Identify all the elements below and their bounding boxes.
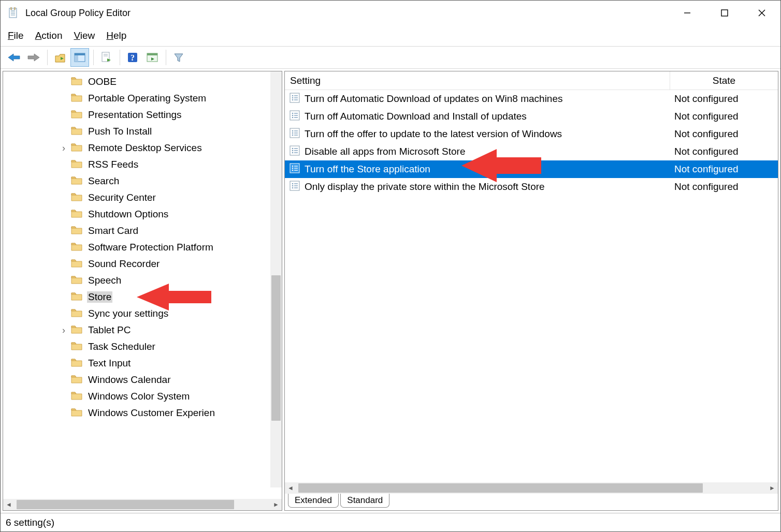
tree-vertical-scrollbar[interactable] bbox=[270, 71, 282, 487]
tree-item-label: Search bbox=[87, 175, 120, 187]
tree-item[interactable]: ›Tablet PC bbox=[3, 322, 270, 338]
svg-point-38 bbox=[292, 132, 294, 134]
svg-point-24 bbox=[292, 97, 294, 98]
content-area: OOBEPortable Operating SystemPresentatio… bbox=[1, 69, 780, 513]
folder-icon bbox=[70, 341, 83, 353]
tree-item[interactable]: Smart Card bbox=[3, 223, 270, 239]
tree-item-label: Windows Color System bbox=[87, 391, 191, 402]
maximize-button[interactable] bbox=[706, 1, 743, 25]
tree-item[interactable]: ›Remote Desktop Services bbox=[3, 140, 270, 156]
tree-horizontal-scrollbar[interactable]: ◄ ► bbox=[3, 499, 282, 510]
tree-item[interactable]: Windows Customer Experien bbox=[3, 405, 270, 421]
setting-state: Not configured bbox=[670, 128, 778, 140]
close-button[interactable] bbox=[743, 1, 780, 25]
forward-button[interactable] bbox=[24, 48, 43, 67]
tree-item[interactable]: Push To Install bbox=[3, 123, 270, 140]
column-state[interactable]: State bbox=[670, 71, 778, 90]
properties-button[interactable] bbox=[143, 48, 162, 67]
setting-state: Not configured bbox=[670, 164, 778, 175]
status-text: 6 setting(s) bbox=[6, 517, 54, 528]
tree-item-label: Push To Install bbox=[87, 126, 153, 137]
list-row[interactable]: Turn off Automatic Download and Install … bbox=[285, 108, 778, 125]
tree-item[interactable]: Store bbox=[3, 289, 270, 305]
folder-icon bbox=[70, 241, 83, 254]
svg-point-36 bbox=[292, 130, 294, 131]
menu-view[interactable]: View bbox=[74, 30, 95, 41]
export-list-button[interactable] bbox=[97, 48, 115, 67]
show-hide-tree-button[interactable] bbox=[70, 48, 89, 67]
list-row[interactable]: Disable all apps from Microsoft StoreNot… bbox=[285, 143, 778, 160]
setting-state: Not configured bbox=[670, 146, 778, 157]
folder-icon bbox=[70, 225, 83, 238]
window-controls bbox=[669, 1, 780, 25]
menu-action[interactable]: Action bbox=[35, 30, 63, 41]
list-row[interactable]: Only display the private store within th… bbox=[285, 178, 778, 196]
tree-item[interactable]: RSS Feeds bbox=[3, 156, 270, 173]
tree-item-label: Remote Desktop Services bbox=[87, 142, 203, 154]
folder-icon bbox=[70, 307, 83, 320]
folder-icon bbox=[70, 158, 83, 171]
tree-scroll: OOBEPortable Operating SystemPresentatio… bbox=[3, 71, 282, 499]
tree-item[interactable]: Text Input bbox=[3, 355, 270, 372]
tree-item-label: Store bbox=[87, 291, 112, 303]
tree-item-label: Smart Card bbox=[87, 225, 139, 237]
tree-item-label: RSS Feeds bbox=[87, 159, 139, 170]
menu-bar: File Action View Help bbox=[1, 25, 780, 46]
list-row[interactable]: Turn off Automatic Download of updates o… bbox=[285, 90, 778, 108]
tree-item-label: Security Center bbox=[87, 192, 157, 203]
tree-item-label: Task Scheduler bbox=[87, 341, 156, 352]
tree-item[interactable]: Security Center bbox=[3, 189, 270, 206]
list-row[interactable]: Turn off the Store applicationNot config… bbox=[285, 160, 778, 178]
expand-icon[interactable]: › bbox=[59, 325, 68, 336]
tab-standard[interactable]: Standard bbox=[340, 494, 389, 508]
svg-point-33 bbox=[292, 116, 294, 118]
tree-item[interactable]: Windows Color System bbox=[3, 388, 270, 405]
minimize-button[interactable] bbox=[669, 1, 706, 25]
svg-rect-12 bbox=[75, 53, 85, 55]
tree-item[interactable]: Windows Calendar bbox=[3, 372, 270, 388]
tree-item[interactable]: Task Scheduler bbox=[3, 338, 270, 355]
list-horizontal-scrollbar[interactable]: ◄ ► bbox=[285, 482, 778, 494]
menu-help[interactable]: Help bbox=[106, 30, 126, 41]
tab-extended[interactable]: Extended bbox=[288, 494, 339, 508]
folder-icon bbox=[70, 291, 83, 304]
up-button[interactable] bbox=[51, 48, 69, 67]
policy-icon bbox=[289, 92, 300, 106]
expand-icon[interactable]: › bbox=[59, 143, 68, 154]
column-setting[interactable]: Setting bbox=[285, 71, 670, 90]
tree-panel: OOBEPortable Operating SystemPresentatio… bbox=[3, 71, 282, 511]
tree-item[interactable]: Sync your settings bbox=[3, 305, 270, 322]
folder-icon bbox=[70, 407, 83, 420]
setting-state: Not configured bbox=[670, 111, 778, 122]
tree-item[interactable]: Software Protection Platform bbox=[3, 239, 270, 256]
list-row[interactable]: Turn off the offer to update to the late… bbox=[285, 125, 778, 143]
svg-point-40 bbox=[292, 134, 294, 136]
svg-point-47 bbox=[292, 152, 294, 153]
folder-icon bbox=[70, 374, 83, 387]
folder-icon bbox=[70, 92, 83, 105]
folder-icon bbox=[70, 208, 83, 221]
tree-item[interactable]: Portable Operating System bbox=[3, 90, 270, 107]
setting-state: Not configured bbox=[670, 181, 778, 193]
toolbar: ? bbox=[1, 46, 780, 69]
tree-item[interactable]: Search bbox=[3, 173, 270, 189]
svg-point-22 bbox=[292, 95, 294, 96]
svg-rect-20 bbox=[147, 53, 157, 55]
tree-item-label: Sync your settings bbox=[87, 308, 169, 319]
back-button[interactable] bbox=[5, 48, 23, 67]
tree-item[interactable]: OOBE bbox=[3, 73, 270, 90]
tree-item-label: Tablet PC bbox=[87, 324, 132, 336]
help-button[interactable]: ? bbox=[123, 48, 142, 67]
tree-item[interactable]: Sound Recorder bbox=[3, 256, 270, 272]
svg-rect-5 bbox=[10, 7, 12, 10]
filter-button[interactable] bbox=[169, 48, 188, 67]
tree-item[interactable]: Speech bbox=[3, 272, 270, 289]
list-body: Turn off Automatic Download of updates o… bbox=[285, 90, 778, 482]
menu-file[interactable]: File bbox=[8, 30, 24, 41]
tree-item-label: Presentation Settings bbox=[87, 109, 183, 121]
tree-item[interactable]: Presentation Settings bbox=[3, 107, 270, 123]
tree-item[interactable]: Shutdown Options bbox=[3, 206, 270, 223]
folder-icon bbox=[70, 109, 83, 122]
setting-name: Turn off Automatic Download of updates o… bbox=[305, 93, 670, 105]
svg-point-61 bbox=[292, 187, 294, 188]
